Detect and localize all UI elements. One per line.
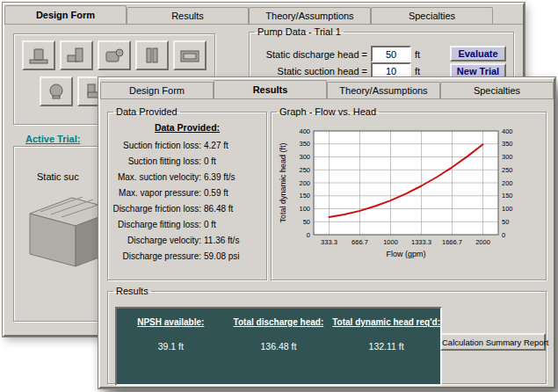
tab-theory-assumptions[interactable]: Theory/Assumptions xyxy=(249,7,371,24)
palette-row-1 xyxy=(14,34,214,70)
svg-text:250: 250 xyxy=(299,166,310,174)
svg-text:350: 350 xyxy=(299,140,310,148)
discharge-pressure-row: Discharge pressure: 59.08 psi xyxy=(108,248,266,264)
graph-group-title: Graph - Flow vs. Head xyxy=(277,106,379,117)
tab-results[interactable]: Results xyxy=(214,80,327,98)
svg-text:400: 400 xyxy=(502,127,513,135)
static-suction-head-label: Static suction head = xyxy=(278,66,367,76)
results-window: Design Form Results Theory/Assumptions S… xyxy=(98,77,555,388)
pump-data-title: Pump Data - Trial 1 xyxy=(255,26,344,37)
svg-text:150: 150 xyxy=(502,192,513,200)
svg-text:150: 150 xyxy=(299,192,310,200)
row-value: 0.59 ft xyxy=(204,188,228,198)
tab-design-form[interactable]: Design Form xyxy=(100,82,214,98)
suction-fitting-loss-row: Suction fitting loss: 0 ft xyxy=(108,153,266,169)
palette-button-pipe-elbow[interactable] xyxy=(60,40,93,70)
tab-theory-assumptions[interactable]: Theory/Assumptions xyxy=(327,82,440,98)
svg-text:0: 0 xyxy=(307,231,310,239)
svg-text:300: 300 xyxy=(502,153,513,161)
flow-vs-head-chart: 0050501001001501502002002502503003003503… xyxy=(275,124,540,280)
row-value: 0 ft xyxy=(204,220,216,229)
row-label: Suction friction loss: xyxy=(108,141,201,150)
static-suction-head-unit: ft xyxy=(415,66,438,76)
palette-button-vertical-inline-pump[interactable] xyxy=(135,40,169,70)
max-suction-velocity-row: Max. suction velocity: 6.39 ft/s xyxy=(108,169,266,185)
svg-text:Total dynamic head (ft): Total dynamic head (ft) xyxy=(279,142,287,222)
total-discharge-head-column: Total discharge head: 136.48 ft xyxy=(225,309,333,384)
row-label: Max. vapor pressure: xyxy=(108,188,201,198)
svg-text:250: 250 xyxy=(502,166,513,174)
data-provided-heading: Data Provided: xyxy=(108,122,266,133)
npsh-available-column: NPSH available: 39.1 ft xyxy=(117,309,225,384)
discharge-velocity-row: Discharge velocity: 11.36 ft/s xyxy=(108,232,266,248)
active-trial-label[interactable]: Active Trial: xyxy=(25,134,80,144)
svg-text:Flow (gpm): Flow (gpm) xyxy=(386,250,425,258)
total-dynamic-head-value: 132.11 ft xyxy=(332,341,440,352)
row-label: Discharge velocity: xyxy=(108,236,201,245)
svg-text:300: 300 xyxy=(299,153,310,161)
row-label: Max. suction velocity: xyxy=(108,172,201,182)
row-label: Discharge friction loss: xyxy=(108,204,201,214)
svg-text:1666.7: 1666.7 xyxy=(442,238,462,246)
total-discharge-head-header: Total discharge head: xyxy=(225,317,333,327)
svg-text:666.7: 666.7 xyxy=(351,238,368,246)
static-discharge-head-unit: ft xyxy=(415,49,438,60)
total-dynamic-head-header: Total dynamic head req'd: xyxy=(332,317,440,327)
static-discharge-head-input[interactable] xyxy=(371,46,411,62)
results-group-title: Results xyxy=(113,286,151,296)
svg-text:333.3: 333.3 xyxy=(321,238,337,246)
npsh-available-header: NPSH available: xyxy=(117,317,225,327)
palette-button-circulator-pump[interactable] xyxy=(40,76,73,106)
tab-design-form[interactable]: Design Form xyxy=(4,5,127,24)
palette-button-self-priming-pump[interactable] xyxy=(98,40,131,70)
row-value: 4.27 ft xyxy=(204,141,228,150)
open-tank-icon xyxy=(178,46,201,65)
palette-button-end-suction-pump[interactable] xyxy=(22,40,55,70)
row-label: Suction fitting loss: xyxy=(108,156,201,166)
static-discharge-head-row: Static discharge head = ft xyxy=(253,46,438,62)
svg-text:0: 0 xyxy=(502,231,505,239)
static-discharge-head-label: Static discharge head = xyxy=(266,49,367,60)
data-provided-group: Data Provided Data Provided: Suction fri… xyxy=(107,106,267,280)
svg-text:100: 100 xyxy=(299,205,310,213)
results-summary-panel: NPSH available: 39.1 ft Total discharge … xyxy=(115,307,442,386)
row-value: 86.48 ft xyxy=(204,204,233,214)
static-suction-caption: Static suc xyxy=(37,171,79,182)
svg-text:50: 50 xyxy=(303,218,310,226)
discharge-fitting-loss-row: Discharge fitting loss: 0 ft xyxy=(108,216,266,232)
svg-text:2000: 2000 xyxy=(475,238,490,246)
results-group: Results NPSH available: 39.1 ft Total di… xyxy=(107,286,547,384)
results-tab-bar: Design Form Results Theory/Assumptions S… xyxy=(100,79,554,99)
vertical-inline-pump-icon xyxy=(141,46,163,65)
npsh-available-value: 39.1 ft xyxy=(117,341,225,352)
max-vapor-pressure-row: Max. vapor pressure: 0.59 ft xyxy=(108,185,266,200)
svg-text:100: 100 xyxy=(502,205,513,213)
graph-group: Graph - Flow vs. Head 005050100100150150… xyxy=(271,106,547,280)
palette-button-open-tank[interactable] xyxy=(173,40,207,70)
svg-text:50: 50 xyxy=(502,218,509,226)
total-dynamic-head-column: Total dynamic head req'd: 132.11 ft xyxy=(332,309,440,384)
data-provided-rows: Suction friction loss: 4.27 ft Suction f… xyxy=(108,137,266,264)
calculation-summary-report-button[interactable]: Calculation Summary Report xyxy=(440,333,546,351)
svg-text:1000: 1000 xyxy=(383,238,398,246)
row-label: Discharge fitting loss: xyxy=(108,220,201,229)
data-provided-group-title: Data Provided xyxy=(113,106,180,117)
pipe-elbow-icon xyxy=(65,46,88,65)
results-body: Data Provided Data Provided: Suction fri… xyxy=(100,99,554,387)
svg-text:400: 400 xyxy=(299,127,310,135)
row-value: 6.39 ft/s xyxy=(204,172,236,182)
tab-specialties[interactable]: Specialties xyxy=(440,82,554,98)
suction-friction-loss-row: Suction friction loss: 4.27 ft xyxy=(108,137,266,153)
design-tab-bar: Design Form Results Theory/Assumptions S… xyxy=(4,4,523,25)
end-suction-pump-icon xyxy=(27,46,50,65)
tab-specialties[interactable]: Specialties xyxy=(371,7,493,24)
svg-text:350: 350 xyxy=(502,140,513,148)
tab-results[interactable]: Results xyxy=(127,7,249,24)
row-label: Discharge pressure: xyxy=(108,251,201,261)
svg-text:1333.3: 1333.3 xyxy=(411,238,431,246)
self-priming-pump-icon xyxy=(103,46,126,65)
evaluate-button[interactable]: Evaluate xyxy=(450,46,506,62)
discharge-friction-loss-row: Discharge friction loss: 86.48 ft xyxy=(108,200,266,216)
row-value: 59.08 psi xyxy=(204,251,240,261)
circulator-pump-icon xyxy=(45,82,68,101)
